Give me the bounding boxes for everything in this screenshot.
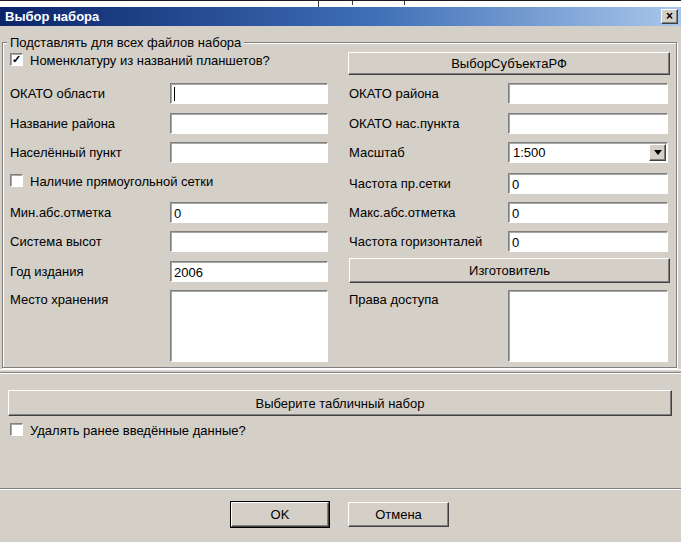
background-ruler-tick bbox=[404, 1, 405, 5]
manufacturer-button-label: Изготовитель bbox=[469, 263, 550, 278]
scale-dropdown-button[interactable] bbox=[649, 144, 666, 161]
storage-place-label: Место хранения bbox=[10, 292, 108, 307]
manufacturer-button[interactable]: Изготовитель bbox=[349, 258, 670, 283]
select-subject-rf-button-label: ВыборСубъектаРФ bbox=[451, 56, 567, 71]
contour-step-input[interactable] bbox=[508, 231, 668, 252]
okato-settlement-input[interactable] bbox=[508, 113, 668, 134]
close-icon: × bbox=[666, 10, 673, 22]
nomenclature-label: Номенклатуру из названий планшетов? bbox=[30, 53, 270, 68]
ok-button[interactable]: OK bbox=[231, 502, 329, 527]
screen: Выбор набора × Подставлять для всех файл… bbox=[0, 0, 681, 542]
access-rights-textarea[interactable] bbox=[508, 290, 668, 362]
max-abs-mark-input[interactable] bbox=[508, 202, 668, 223]
select-table-set-button[interactable]: Выберите табличный набор bbox=[8, 390, 672, 416]
scale-select-value: 1:500 bbox=[513, 145, 546, 160]
chevron-down-icon bbox=[654, 150, 662, 155]
rect-grid-label: Наличие прямоугольной сетки bbox=[30, 174, 213, 189]
groupbox-title: Подставлять для всех файлов набора bbox=[7, 35, 244, 50]
rect-grid-checkbox[interactable] bbox=[10, 174, 23, 187]
min-abs-mark-label: Мин.абс.отметка bbox=[10, 205, 111, 220]
background-window-edge bbox=[0, 0, 681, 7]
height-system-input[interactable] bbox=[170, 231, 328, 252]
min-abs-mark-input[interactable] bbox=[170, 202, 328, 223]
delete-previous-label: Удалять ранее введённые данные? bbox=[30, 423, 246, 438]
cancel-button-label: Отмена bbox=[375, 507, 422, 522]
check-icon: ✓ bbox=[12, 54, 21, 65]
contour-step-label: Частота горизонталей bbox=[349, 234, 482, 249]
titlebar[interactable]: Выбор набора × bbox=[0, 7, 681, 26]
district-name-input[interactable] bbox=[170, 113, 328, 134]
panel-separator bbox=[0, 488, 681, 489]
select-subject-rf-button[interactable]: ВыборСубъектаРФ bbox=[348, 52, 670, 75]
district-name-label: Название района bbox=[10, 116, 115, 131]
okato-settlement-label: ОКАТО нас.пункта bbox=[349, 116, 460, 131]
ok-button-label: OK bbox=[271, 507, 290, 522]
grid-step-input[interactable] bbox=[508, 173, 668, 194]
close-button[interactable]: × bbox=[661, 9, 678, 24]
grid-step-label: Частота пр.сетки bbox=[349, 176, 451, 191]
year-input[interactable] bbox=[170, 261, 328, 282]
settlement-input[interactable] bbox=[170, 142, 328, 163]
cancel-button[interactable]: Отмена bbox=[348, 502, 449, 527]
panel-separator bbox=[0, 369, 681, 373]
okato-district-input[interactable] bbox=[508, 83, 668, 104]
okato-region-input[interactable] bbox=[170, 83, 328, 104]
scale-label: Масштаб bbox=[349, 145, 405, 160]
access-rights-label: Права доступа bbox=[349, 292, 439, 307]
select-table-set-button-label: Выберите табличный набор bbox=[256, 396, 425, 411]
okato-region-label: ОКАТО области bbox=[10, 86, 105, 101]
scale-select[interactable]: 1:500 bbox=[508, 142, 668, 163]
background-ruler-tick bbox=[352, 1, 353, 5]
dialog-vybor-nabora: Выбор набора × Подставлять для всех файл… bbox=[0, 7, 681, 542]
settlement-label: Населённый пункт bbox=[10, 145, 122, 160]
okato-district-label: ОКАТО района bbox=[349, 86, 439, 101]
delete-previous-checkbox[interactable] bbox=[10, 423, 23, 436]
text-caret bbox=[174, 87, 175, 101]
year-label: Год издания bbox=[10, 264, 84, 279]
window-title: Выбор набора bbox=[5, 9, 99, 24]
height-system-label: Система высот bbox=[10, 234, 102, 249]
max-abs-mark-label: Макс.абс.отметка bbox=[349, 205, 456, 220]
nomenclature-checkbox[interactable]: ✓ bbox=[10, 53, 23, 66]
storage-place-textarea[interactable] bbox=[170, 290, 328, 362]
